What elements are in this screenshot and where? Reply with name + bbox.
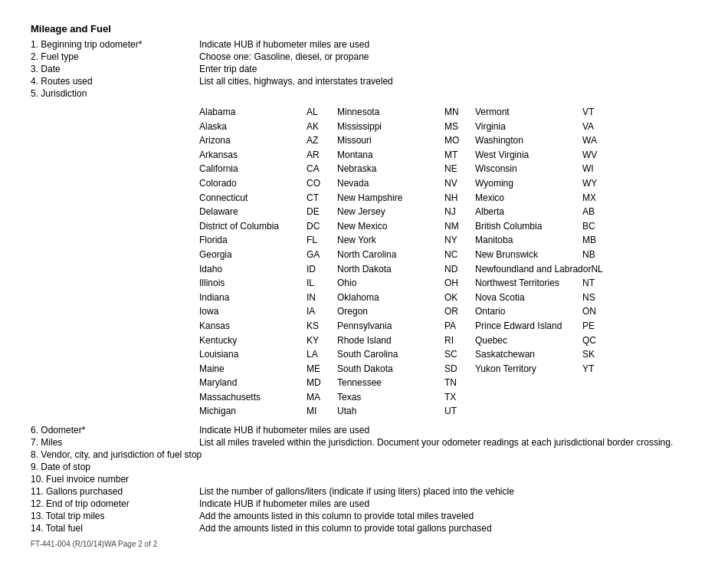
bottom-instruction-desc: List all miles traveled within the juris…: [199, 437, 697, 448]
state-abbr: LA: [307, 347, 337, 362]
state-name: Vermont: [475, 105, 582, 120]
states-col1: AlabamaALAlaskaAKArizonaAZArkansasARCali…: [199, 105, 337, 419]
state-name: Wyoming: [475, 176, 582, 191]
state-abbr: IA: [307, 304, 337, 319]
state-name: New York: [337, 233, 444, 248]
state-name: North Carolina: [337, 248, 444, 262]
instruction-row: 5. Jurisdiction: [31, 88, 697, 99]
state-row: Newfoundland and LabradorNL: [475, 262, 644, 277]
state-name: Oregon: [337, 304, 444, 319]
state-name: Texas: [337, 390, 444, 405]
state-abbr: RI: [444, 334, 475, 348]
state-name: Michigan: [199, 404, 307, 419]
state-row: KentuckyKY: [199, 334, 337, 348]
jurisdiction-block: AlabamaALAlaskaAKArizonaAZArkansasARCali…: [199, 105, 697, 419]
state-abbr: GA: [307, 248, 337, 262]
state-name: Yukon Territory: [475, 362, 582, 376]
state-row: MaineME: [199, 362, 337, 376]
state-row: MontanaMT: [337, 148, 475, 163]
state-name: California: [199, 162, 307, 176]
state-abbr: NV: [444, 176, 475, 191]
state-row: GeorgiaGA: [199, 248, 337, 262]
state-row: OhioOH: [337, 276, 475, 291]
bottom-instruction-desc: List the number of gallons/liters (indic…: [199, 486, 697, 497]
instruction-row: 2. Fuel typeChoose one: Gasoline, diesel…: [31, 51, 697, 62]
state-row: VermontVT: [475, 105, 644, 120]
state-abbr: WV: [582, 148, 613, 163]
state-name: New Mexico: [337, 219, 444, 234]
state-abbr: AK: [307, 120, 337, 134]
bottom-instructions: 6. Odometer*Indicate HUB if hubometer mi…: [31, 425, 697, 534]
state-abbr: IN: [307, 291, 337, 305]
title: Mileage and Fuel: [31, 23, 697, 35]
state-name: Alberta: [475, 205, 582, 219]
state-row: ArkansasAR: [199, 148, 337, 163]
state-name: Nebraska: [337, 162, 444, 176]
state-name: Alaska: [199, 120, 307, 134]
state-abbr: SK: [582, 347, 613, 362]
state-abbr: SC: [444, 347, 475, 362]
state-name: Colorado: [199, 176, 307, 191]
state-abbr: WA: [582, 133, 613, 148]
state-name: Northwest Territories: [475, 276, 582, 291]
state-abbr: SD: [444, 362, 475, 376]
state-abbr: MN: [444, 105, 475, 120]
state-name: Washington: [475, 133, 582, 148]
instruction-number: 5. Jurisdiction: [31, 88, 199, 99]
state-abbr: NH: [444, 191, 475, 205]
state-row: CaliforniaCA: [199, 162, 337, 176]
state-abbr: MI: [307, 404, 337, 419]
state-row: Prince Edward IslandPE: [475, 319, 644, 334]
state-name: Maryland: [199, 376, 307, 390]
state-row: IowaIA: [199, 304, 337, 319]
state-name: Rhode Island: [337, 334, 444, 348]
state-abbr: NE: [444, 162, 475, 176]
state-row: LouisianaLA: [199, 347, 337, 362]
state-row: WyomingWY: [475, 176, 644, 191]
state-row: TennesseeTN: [337, 376, 475, 390]
state-abbr: NL: [591, 262, 621, 277]
state-row: IdahoID: [199, 262, 337, 277]
state-name: Minnesota: [337, 105, 444, 120]
state-name: Prince Edward Island: [475, 319, 582, 334]
state-abbr: VT: [582, 105, 613, 120]
state-name: Idaho: [199, 262, 307, 277]
state-abbr: NY: [444, 233, 475, 248]
instruction-desc: List all cities, highways, and interstat…: [199, 76, 697, 87]
state-name: Oklahoma: [337, 291, 444, 305]
bottom-instruction-number: 10. Fuel invoice number: [31, 474, 199, 485]
state-abbr: ID: [307, 262, 337, 277]
state-row: Rhode IslandRI: [337, 334, 475, 348]
bottom-instruction-number: 13. Total trip miles: [31, 511, 199, 521]
state-name: Delaware: [199, 205, 307, 219]
state-name: Wisconsin: [475, 162, 582, 176]
state-row: Yukon TerritoryYT: [475, 362, 644, 376]
state-row: PennsylvaniaPA: [337, 319, 475, 334]
state-name: Ontario: [475, 304, 582, 319]
state-name: South Carolina: [337, 347, 444, 362]
bottom-instruction-row: 12. End of trip odometerIndicate HUB if …: [31, 498, 697, 509]
state-row: OklahomaOK: [337, 291, 475, 305]
bottom-instruction-row: 6. Odometer*Indicate HUB if hubometer mi…: [31, 425, 697, 435]
state-abbr: MT: [444, 148, 475, 163]
state-abbr: OK: [444, 291, 475, 305]
state-abbr: MO: [444, 133, 475, 148]
state-abbr: QC: [582, 334, 613, 348]
state-row: New BrunswickNB: [475, 248, 644, 262]
instruction-row: 3. DateEnter trip date: [31, 64, 697, 74]
state-name: Nevada: [337, 176, 444, 191]
state-row: FloridaFL: [199, 233, 337, 248]
state-abbr: UT: [444, 404, 475, 419]
instruction-row: 1. Beginning trip odometer*Indicate HUB …: [31, 39, 697, 50]
state-name: Manitoba: [475, 233, 582, 248]
state-row: North CarolinaNC: [337, 248, 475, 262]
state-row: AlbertaAB: [475, 205, 644, 219]
state-abbr: DC: [307, 219, 337, 234]
state-row: West VirginiaWV: [475, 148, 644, 163]
state-row: QuebecQC: [475, 334, 644, 348]
state-row: MarylandMD: [199, 376, 337, 390]
state-row: AlabamaAL: [199, 105, 337, 120]
state-name: Tennessee: [337, 376, 444, 390]
state-row: New YorkNY: [337, 233, 475, 248]
state-abbr: ND: [444, 262, 475, 277]
